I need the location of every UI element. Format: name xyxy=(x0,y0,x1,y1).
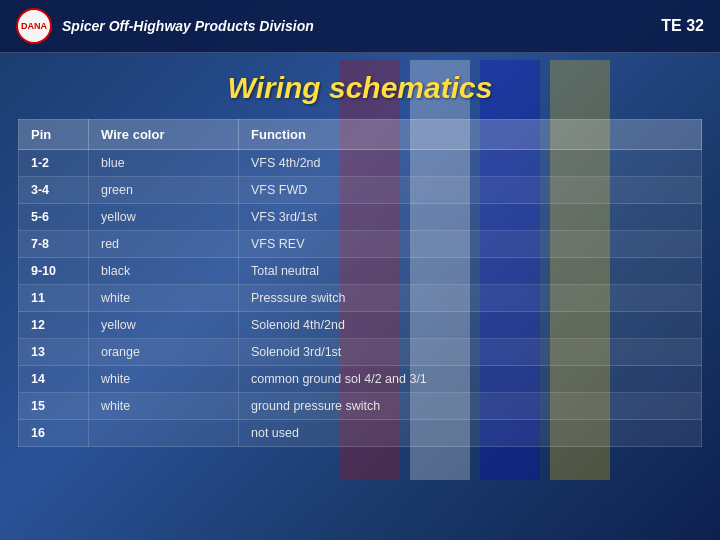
cell-function: common ground sol 4/2 and 3/1 xyxy=(239,366,702,393)
cell-function: VFS 4th/2nd xyxy=(239,150,702,177)
cell-function: not used xyxy=(239,420,702,447)
table-row: 12yellowSolenoid 4th/2nd xyxy=(19,312,702,339)
header: DANA Spicer Off-Highway Products Divisio… xyxy=(0,0,720,53)
cell-wire-color: black xyxy=(89,258,239,285)
cell-function: VFS FWD xyxy=(239,177,702,204)
table-row: 3-4greenVFS FWD xyxy=(19,177,702,204)
cell-wire-color: green xyxy=(89,177,239,204)
table-row: 5-6yellowVFS 3rd/1st xyxy=(19,204,702,231)
cell-pin: 16 xyxy=(19,420,89,447)
cell-function: Total neutral xyxy=(239,258,702,285)
cell-function: VFS REV xyxy=(239,231,702,258)
table-row: 1-2blueVFS 4th/2nd xyxy=(19,150,702,177)
cell-pin: 12 xyxy=(19,312,89,339)
cell-function: ground pressure switch xyxy=(239,393,702,420)
table-row: 14whitecommon ground sol 4/2 and 3/1 xyxy=(19,366,702,393)
wiring-table: Pin Wire color Function 1-2blueVFS 4th/2… xyxy=(18,119,702,447)
table-row: 16not used xyxy=(19,420,702,447)
cell-wire-color: yellow xyxy=(89,204,239,231)
cell-function: Presssure switch xyxy=(239,285,702,312)
header-left: DANA Spicer Off-Highway Products Divisio… xyxy=(16,8,314,44)
col-pin: Pin xyxy=(19,120,89,150)
title-section: Wiring schematics xyxy=(0,53,720,119)
cell-pin: 11 xyxy=(19,285,89,312)
cell-wire-color xyxy=(89,420,239,447)
cell-wire-color: white xyxy=(89,285,239,312)
cell-pin: 9-10 xyxy=(19,258,89,285)
cell-pin: 5-6 xyxy=(19,204,89,231)
cell-function: Solenoid 3rd/1st xyxy=(239,339,702,366)
logo-text: DANA xyxy=(21,21,47,31)
cell-pin: 15 xyxy=(19,393,89,420)
slide-number: TE 32 xyxy=(661,17,704,35)
cell-pin: 3-4 xyxy=(19,177,89,204)
cell-pin: 13 xyxy=(19,339,89,366)
cell-wire-color: red xyxy=(89,231,239,258)
cell-function: Solenoid 4th/2nd xyxy=(239,312,702,339)
cell-wire-color: orange xyxy=(89,339,239,366)
cell-wire-color: yellow xyxy=(89,312,239,339)
col-function: Function xyxy=(239,120,702,150)
table-container: Pin Wire color Function 1-2blueVFS 4th/2… xyxy=(0,119,720,540)
dana-logo: DANA xyxy=(16,8,52,44)
cell-wire-color: white xyxy=(89,393,239,420)
col-wire-color: Wire color xyxy=(89,120,239,150)
table-row: 7-8redVFS REV xyxy=(19,231,702,258)
cell-pin: 7-8 xyxy=(19,231,89,258)
page-title: Wiring schematics xyxy=(0,71,720,105)
table-row: 9-10blackTotal neutral xyxy=(19,258,702,285)
cell-wire-color: white xyxy=(89,366,239,393)
table-header-row: Pin Wire color Function xyxy=(19,120,702,150)
table-row: 11whitePresssure switch xyxy=(19,285,702,312)
table-row: 13orangeSolenoid 3rd/1st xyxy=(19,339,702,366)
company-name: Spicer Off-Highway Products Division xyxy=(62,18,314,34)
cell-function: VFS 3rd/1st xyxy=(239,204,702,231)
cell-pin: 14 xyxy=(19,366,89,393)
table-row: 15whiteground pressure switch xyxy=(19,393,702,420)
cell-wire-color: blue xyxy=(89,150,239,177)
cell-pin: 1-2 xyxy=(19,150,89,177)
